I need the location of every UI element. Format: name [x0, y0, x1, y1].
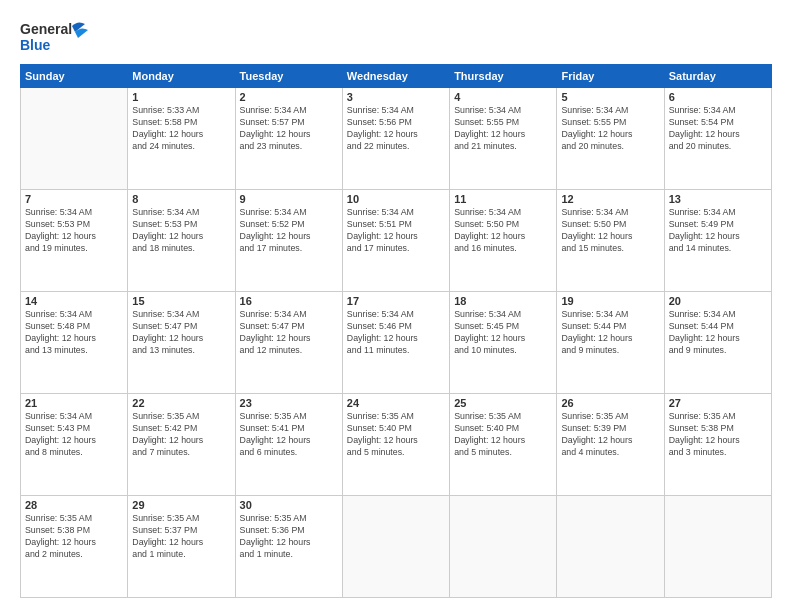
day-number: 23 [240, 397, 338, 409]
day-info: Sunrise: 5:34 AM Sunset: 5:51 PM Dayligh… [347, 207, 445, 255]
calendar-cell [21, 88, 128, 190]
calendar-header-row: SundayMondayTuesdayWednesdayThursdayFrid… [21, 65, 772, 88]
calendar-cell: 9Sunrise: 5:34 AM Sunset: 5:52 PM Daylig… [235, 190, 342, 292]
day-number: 13 [669, 193, 767, 205]
day-info: Sunrise: 5:34 AM Sunset: 5:43 PM Dayligh… [25, 411, 123, 459]
day-number: 1 [132, 91, 230, 103]
calendar-cell: 16Sunrise: 5:34 AM Sunset: 5:47 PM Dayli… [235, 292, 342, 394]
day-number: 28 [25, 499, 123, 511]
day-number: 26 [561, 397, 659, 409]
day-number: 21 [25, 397, 123, 409]
weekday-header-tuesday: Tuesday [235, 65, 342, 88]
calendar-cell: 8Sunrise: 5:34 AM Sunset: 5:53 PM Daylig… [128, 190, 235, 292]
calendar-cell: 12Sunrise: 5:34 AM Sunset: 5:50 PM Dayli… [557, 190, 664, 292]
day-info: Sunrise: 5:35 AM Sunset: 5:40 PM Dayligh… [454, 411, 552, 459]
calendar-cell [664, 496, 771, 598]
day-number: 10 [347, 193, 445, 205]
calendar-table: SundayMondayTuesdayWednesdayThursdayFrid… [20, 64, 772, 598]
day-number: 7 [25, 193, 123, 205]
day-info: Sunrise: 5:34 AM Sunset: 5:46 PM Dayligh… [347, 309, 445, 357]
day-number: 11 [454, 193, 552, 205]
calendar-cell: 30Sunrise: 5:35 AM Sunset: 5:36 PM Dayli… [235, 496, 342, 598]
calendar-cell: 22Sunrise: 5:35 AM Sunset: 5:42 PM Dayli… [128, 394, 235, 496]
day-info: Sunrise: 5:35 AM Sunset: 5:37 PM Dayligh… [132, 513, 230, 561]
weekday-header-sunday: Sunday [21, 65, 128, 88]
day-number: 24 [347, 397, 445, 409]
day-number: 18 [454, 295, 552, 307]
page: GeneralBlue SundayMondayTuesdayWednesday… [0, 0, 792, 612]
day-number: 14 [25, 295, 123, 307]
calendar-cell: 24Sunrise: 5:35 AM Sunset: 5:40 PM Dayli… [342, 394, 449, 496]
day-info: Sunrise: 5:34 AM Sunset: 5:47 PM Dayligh… [132, 309, 230, 357]
day-number: 30 [240, 499, 338, 511]
day-info: Sunrise: 5:35 AM Sunset: 5:40 PM Dayligh… [347, 411, 445, 459]
day-info: Sunrise: 5:34 AM Sunset: 5:57 PM Dayligh… [240, 105, 338, 153]
day-number: 2 [240, 91, 338, 103]
calendar-cell: 23Sunrise: 5:35 AM Sunset: 5:41 PM Dayli… [235, 394, 342, 496]
day-info: Sunrise: 5:34 AM Sunset: 5:55 PM Dayligh… [561, 105, 659, 153]
calendar-cell: 25Sunrise: 5:35 AM Sunset: 5:40 PM Dayli… [450, 394, 557, 496]
calendar-cell: 20Sunrise: 5:34 AM Sunset: 5:44 PM Dayli… [664, 292, 771, 394]
header: GeneralBlue [20, 18, 772, 56]
calendar-cell: 26Sunrise: 5:35 AM Sunset: 5:39 PM Dayli… [557, 394, 664, 496]
day-info: Sunrise: 5:34 AM Sunset: 5:52 PM Dayligh… [240, 207, 338, 255]
day-info: Sunrise: 5:35 AM Sunset: 5:36 PM Dayligh… [240, 513, 338, 561]
calendar-cell: 17Sunrise: 5:34 AM Sunset: 5:46 PM Dayli… [342, 292, 449, 394]
day-number: 22 [132, 397, 230, 409]
day-number: 19 [561, 295, 659, 307]
calendar-cell: 29Sunrise: 5:35 AM Sunset: 5:37 PM Dayli… [128, 496, 235, 598]
day-info: Sunrise: 5:34 AM Sunset: 5:44 PM Dayligh… [669, 309, 767, 357]
calendar-cell: 3Sunrise: 5:34 AM Sunset: 5:56 PM Daylig… [342, 88, 449, 190]
day-info: Sunrise: 5:34 AM Sunset: 5:55 PM Dayligh… [454, 105, 552, 153]
day-number: 29 [132, 499, 230, 511]
logo: GeneralBlue [20, 18, 92, 56]
calendar-cell [342, 496, 449, 598]
calendar-cell: 7Sunrise: 5:34 AM Sunset: 5:53 PM Daylig… [21, 190, 128, 292]
calendar-cell: 13Sunrise: 5:34 AM Sunset: 5:49 PM Dayli… [664, 190, 771, 292]
calendar-cell: 19Sunrise: 5:34 AM Sunset: 5:44 PM Dayli… [557, 292, 664, 394]
calendar-cell [450, 496, 557, 598]
calendar-cell: 4Sunrise: 5:34 AM Sunset: 5:55 PM Daylig… [450, 88, 557, 190]
calendar-cell: 11Sunrise: 5:34 AM Sunset: 5:50 PM Dayli… [450, 190, 557, 292]
calendar-cell [557, 496, 664, 598]
calendar-week-row: 28Sunrise: 5:35 AM Sunset: 5:38 PM Dayli… [21, 496, 772, 598]
day-info: Sunrise: 5:34 AM Sunset: 5:56 PM Dayligh… [347, 105, 445, 153]
calendar-cell: 18Sunrise: 5:34 AM Sunset: 5:45 PM Dayli… [450, 292, 557, 394]
day-info: Sunrise: 5:34 AM Sunset: 5:50 PM Dayligh… [454, 207, 552, 255]
calendar-cell: 28Sunrise: 5:35 AM Sunset: 5:38 PM Dayli… [21, 496, 128, 598]
svg-text:General: General [20, 21, 72, 37]
weekday-header-friday: Friday [557, 65, 664, 88]
day-info: Sunrise: 5:34 AM Sunset: 5:50 PM Dayligh… [561, 207, 659, 255]
day-number: 8 [132, 193, 230, 205]
calendar-cell: 27Sunrise: 5:35 AM Sunset: 5:38 PM Dayli… [664, 394, 771, 496]
weekday-header-monday: Monday [128, 65, 235, 88]
calendar-cell: 10Sunrise: 5:34 AM Sunset: 5:51 PM Dayli… [342, 190, 449, 292]
day-number: 12 [561, 193, 659, 205]
day-number: 5 [561, 91, 659, 103]
day-number: 20 [669, 295, 767, 307]
day-number: 4 [454, 91, 552, 103]
calendar-week-row: 14Sunrise: 5:34 AM Sunset: 5:48 PM Dayli… [21, 292, 772, 394]
day-number: 15 [132, 295, 230, 307]
day-info: Sunrise: 5:33 AM Sunset: 5:58 PM Dayligh… [132, 105, 230, 153]
day-info: Sunrise: 5:34 AM Sunset: 5:47 PM Dayligh… [240, 309, 338, 357]
day-info: Sunrise: 5:34 AM Sunset: 5:44 PM Dayligh… [561, 309, 659, 357]
day-number: 27 [669, 397, 767, 409]
day-info: Sunrise: 5:35 AM Sunset: 5:41 PM Dayligh… [240, 411, 338, 459]
calendar-week-row: 21Sunrise: 5:34 AM Sunset: 5:43 PM Dayli… [21, 394, 772, 496]
calendar-cell: 21Sunrise: 5:34 AM Sunset: 5:43 PM Dayli… [21, 394, 128, 496]
day-number: 3 [347, 91, 445, 103]
weekday-header-wednesday: Wednesday [342, 65, 449, 88]
logo-svg: GeneralBlue [20, 18, 92, 56]
day-info: Sunrise: 5:34 AM Sunset: 5:53 PM Dayligh… [25, 207, 123, 255]
day-info: Sunrise: 5:34 AM Sunset: 5:53 PM Dayligh… [132, 207, 230, 255]
day-number: 16 [240, 295, 338, 307]
day-number: 9 [240, 193, 338, 205]
day-info: Sunrise: 5:35 AM Sunset: 5:38 PM Dayligh… [25, 513, 123, 561]
svg-text:Blue: Blue [20, 37, 51, 53]
day-info: Sunrise: 5:34 AM Sunset: 5:49 PM Dayligh… [669, 207, 767, 255]
calendar-week-row: 1Sunrise: 5:33 AM Sunset: 5:58 PM Daylig… [21, 88, 772, 190]
calendar-cell: 5Sunrise: 5:34 AM Sunset: 5:55 PM Daylig… [557, 88, 664, 190]
day-info: Sunrise: 5:35 AM Sunset: 5:42 PM Dayligh… [132, 411, 230, 459]
day-number: 25 [454, 397, 552, 409]
